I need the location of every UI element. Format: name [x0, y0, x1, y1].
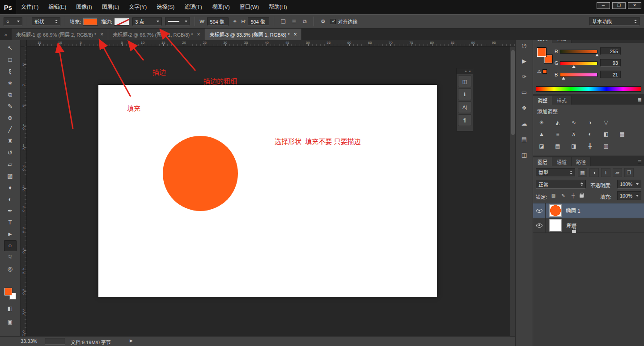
visibility-toggle[interactable]: [533, 203, 546, 218]
horizontal-ruler[interactable]: 1510505101520253035404550556065707580859…: [27, 40, 515, 46]
blend-mode-dropdown[interactable]: 正常: [536, 180, 586, 189]
stroke-color-swatch[interactable]: [114, 18, 129, 25]
align-edges-checkbox[interactable]: [330, 19, 336, 24]
menubar-item[interactable]: 编辑(E): [43, 0, 71, 14]
character-panel-icon[interactable]: A|: [458, 101, 471, 113]
tab-close-icon[interactable]: ×: [294, 31, 297, 38]
channel-slider[interactable]: [560, 50, 597, 54]
eyedropper-tool[interactable]: ✎: [4, 101, 17, 112]
panel-tab[interactable]: 通道: [552, 157, 572, 166]
type-tool[interactable]: T: [4, 217, 17, 228]
ellipse-shape[interactable]: [163, 136, 238, 211]
dodge-tool[interactable]: ◐: [4, 194, 17, 205]
menubar-item[interactable]: 窗口(W): [235, 0, 264, 14]
invert-icon[interactable]: ◪: [536, 142, 547, 150]
fill-color-swatch[interactable]: [83, 18, 98, 25]
stroke-width-dropdown[interactable]: 3 点: [132, 17, 162, 26]
actions-panel-icon[interactable]: ▶: [519, 56, 530, 66]
photo-filter-icon[interactable]: ◐: [585, 130, 595, 138]
channel-slider[interactable]: [560, 73, 597, 77]
vibrance-icon[interactable]: ▽: [601, 118, 611, 127]
layer-row-ellipse[interactable]: 椭圆 1: [533, 203, 644, 218]
hue-saturation-icon[interactable]: ▲: [536, 130, 547, 138]
history-panel-icon[interactable]: ◷: [519, 40, 530, 50]
zoom-tool[interactable]: ◎: [4, 263, 17, 274]
lasso-tool[interactable]: ξ: [4, 66, 17, 77]
fill-dropdown[interactable]: 100%: [617, 191, 641, 200]
gradient-tool[interactable]: ▨: [4, 170, 17, 181]
tab-close-icon[interactable]: ×: [100, 31, 103, 38]
filter-smart-objects-icon[interactable]: ❐: [624, 168, 634, 177]
menubar-item[interactable]: 文字(Y): [124, 0, 152, 14]
brush-tool[interactable]: ╱: [4, 124, 17, 135]
channel-value-input[interactable]: 21: [600, 71, 621, 78]
move-tool[interactable]: ↖: [4, 42, 17, 54]
lock-transparency-icon[interactable]: ▨: [550, 192, 557, 199]
measurement-log-panel-icon[interactable]: ▭: [519, 87, 530, 97]
crop-tool[interactable]: ⧉: [4, 89, 17, 100]
exposure-icon[interactable]: ◑: [585, 118, 595, 127]
scrollbar-thumb[interactable]: [511, 50, 515, 135]
levels-icon[interactable]: ◭: [552, 118, 563, 127]
ruler-corner[interactable]: [21, 40, 27, 46]
panel-menu-icon[interactable]: ≣: [638, 97, 642, 103]
ellipse-tool[interactable]: ○: [4, 240, 17, 251]
panel-tab[interactable]: 样式: [552, 96, 572, 105]
document-canvas[interactable]: [98, 85, 437, 297]
styles-panel-icon[interactable]: ❖: [519, 103, 530, 113]
slider-handle-icon[interactable]: [562, 77, 565, 80]
filter-type-layers-icon[interactable]: T: [601, 168, 610, 177]
panel-tab[interactable]: 图层: [533, 157, 552, 166]
opacity-dropdown[interactable]: 100%: [617, 180, 641, 189]
info-panel-icon[interactable]: ℹ: [458, 89, 471, 100]
filter-pixel-layers-icon[interactable]: ▦: [578, 168, 587, 177]
black-white-icon[interactable]: ⊼: [568, 130, 579, 138]
clone-stamp-tool[interactable]: ♜: [4, 135, 17, 147]
paragraph-panel-icon[interactable]: ¶: [458, 114, 471, 126]
curves-icon[interactable]: ∿: [568, 118, 579, 127]
visibility-toggle[interactable]: [533, 218, 546, 232]
history-brush-tool[interactable]: ↺: [4, 147, 17, 158]
character-styles-panel-icon[interactable]: ◫: [519, 150, 530, 160]
gear-icon[interactable]: ⚙: [318, 17, 327, 26]
link-dimensions-icon[interactable]: ⚭: [230, 17, 239, 26]
healing-brush-tool[interactable]: ⊕: [4, 112, 17, 123]
layer-filter-dropdown[interactable]: 类型: [536, 168, 575, 177]
blur-tool[interactable]: ♦: [4, 182, 17, 193]
menubar-item[interactable]: 图像(I): [71, 0, 97, 14]
path-selection-tool[interactable]: ►: [4, 228, 17, 240]
expand-panel-icon[interactable]: »: [465, 69, 466, 73]
foreground-color-swatch[interactable]: [4, 288, 12, 295]
quick-selection-tool[interactable]: ∗: [4, 77, 17, 89]
document-tab[interactable]: 未标题-3 @ 33.3% (椭圆 1, RGB/8) * ×: [205, 29, 302, 40]
tool-preset-picker[interactable]: ○: [4, 17, 22, 26]
menubar-item[interactable]: 图层(L): [97, 0, 124, 14]
workspace-switcher[interactable]: 基本功能: [589, 17, 640, 25]
zoom-level[interactable]: 33.33%: [21, 338, 37, 344]
menubar-item[interactable]: 视图(V): [207, 0, 235, 14]
slider-handle-icon[interactable]: [572, 65, 576, 68]
marquee-tool[interactable]: □: [4, 54, 17, 65]
close-button[interactable]: ✕: [628, 2, 641, 9]
tool-mode-dropdown[interactable]: 形状: [32, 17, 60, 26]
selective-color-icon[interactable]: ╋: [585, 142, 595, 150]
notes-panel-icon[interactable]: ▤: [519, 134, 530, 144]
document-tab[interactable]: 未标题-1 @ 66.9% (图层 2, RGB/8) * ×: [12, 29, 108, 40]
lock-position-icon[interactable]: ┼: [570, 192, 576, 199]
menubar-item[interactable]: 选择(S): [152, 0, 179, 14]
vertical-scrollbar[interactable]: [510, 46, 515, 336]
menubar-item[interactable]: 滤镜(T): [179, 0, 207, 14]
layer-thumbnail[interactable]: [549, 204, 562, 217]
layer-row-background[interactable]: 背景: [533, 218, 644, 233]
brightness-contrast-icon[interactable]: ☀: [536, 118, 547, 127]
channel-value-input[interactable]: 255: [600, 47, 621, 55]
close-panel-icon[interactable]: ×: [469, 69, 471, 73]
lock-pixels-icon[interactable]: ✎: [560, 192, 567, 199]
lock-all-icon[interactable]: [580, 194, 584, 198]
brush-presets-panel-icon[interactable]: ✑: [519, 72, 530, 81]
quick-mask-icon[interactable]: ◧: [4, 304, 17, 313]
menubar-item[interactable]: 帮助(H): [264, 0, 292, 14]
gradient-map-icon[interactable]: ▥: [601, 142, 611, 150]
slider-handle-icon[interactable]: [595, 54, 599, 56]
properties-panel-icon[interactable]: ◫: [458, 76, 471, 87]
